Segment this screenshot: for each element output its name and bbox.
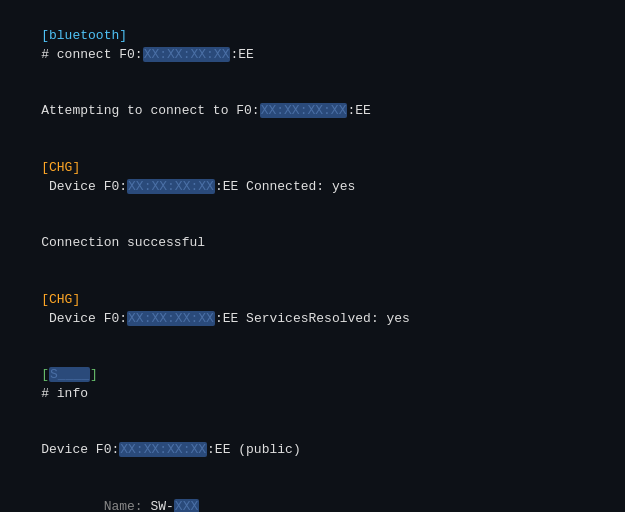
terminal-line: [CHG] Device F0:XX:XX:XX:XX:EE Connected… — [10, 140, 615, 215]
terminal-line: Connection successful — [10, 215, 615, 272]
terminal-line: Device F0:XX:XX:XX:XX:EE (public) — [10, 423, 615, 480]
blurred-mac: XX:XX:XX:XX — [119, 442, 207, 457]
chg-prompt: [CHG] — [41, 292, 80, 307]
chg-prompt: [CHG] — [41, 160, 80, 175]
blurred-mac: XX:XX:XX:XX — [127, 311, 215, 326]
prompt: [bluetooth] — [41, 28, 127, 43]
terminal-line: [S____] # info — [10, 347, 615, 422]
blurred-mac: XX:XX:XX:XX — [143, 47, 231, 62]
terminal-line: [bluetooth] # connect F0:XX:XX:XX:XX:EE — [10, 8, 615, 83]
blurred-mac: XX:XX:XX:XX — [127, 179, 215, 194]
terminal-line: [CHG] Device F0:XX:XX:XX:XX:EE ServicesR… — [10, 272, 615, 347]
terminal-window: [bluetooth] # connect F0:XX:XX:XX:XX:EE … — [0, 0, 625, 512]
blurred-mac: XX:XX:XX:XX — [260, 103, 348, 118]
prompt: [S____] — [41, 367, 98, 382]
info-name: Name: SW-XXX — [10, 479, 615, 512]
terminal-line: Attempting to connect to F0:XX:XX:XX:XX:… — [10, 83, 615, 140]
